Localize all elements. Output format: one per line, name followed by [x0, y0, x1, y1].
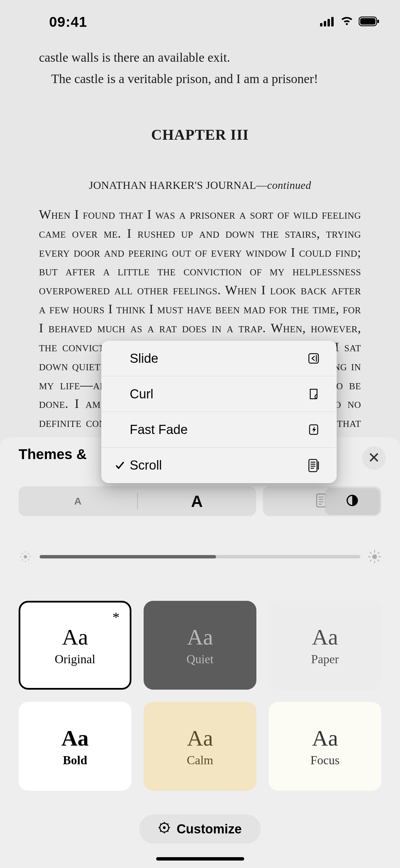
svg-line-41	[160, 830, 162, 832]
svg-rect-45	[309, 459, 317, 472]
font-smaller-button[interactable]: A	[19, 486, 137, 516]
paragraph: The castle is a veritable prison, and I …	[39, 69, 361, 89]
slide-icon	[306, 352, 322, 365]
sun-dim-icon	[19, 550, 32, 564]
customize-button[interactable]: Customize	[139, 814, 260, 844]
theme-label: Focus	[310, 753, 339, 767]
chapter-title: CHAPTER III	[39, 126, 361, 143]
popup-label: Fast Fade	[130, 422, 306, 437]
asterisk-icon: *	[112, 609, 120, 626]
theme-grid: * Aa Original Aa Quiet Aa Paper Aa Bold …	[0, 601, 400, 791]
svg-rect-6	[377, 20, 379, 23]
font-size-segment: A A	[19, 486, 256, 516]
customize-row: Customize	[0, 814, 400, 844]
page-transition-popup: Slide Curl Fast Fade Scroll	[101, 341, 337, 483]
theme-label: Paper	[311, 652, 339, 666]
theme-bold[interactable]: Aa Bold	[19, 702, 131, 791]
close-icon	[369, 452, 379, 464]
home-indicator[interactable]	[156, 857, 244, 861]
theme-label: Calm	[187, 753, 213, 767]
theme-calm[interactable]: Aa Calm	[144, 702, 256, 791]
svg-line-28	[370, 552, 372, 554]
theme-label: Quiet	[187, 652, 214, 666]
svg-rect-2	[328, 19, 330, 26]
popup-item-fast-fade[interactable]: Fast Fade	[101, 412, 337, 448]
theme-sample: Aa	[312, 725, 338, 751]
curl-icon	[306, 387, 322, 401]
popup-item-curl[interactable]: Curl	[101, 376, 337, 412]
theme-paper[interactable]: Aa Paper	[269, 601, 381, 690]
theme-sample: Aa	[62, 624, 88, 650]
theme-sample: Aa	[187, 624, 213, 650]
theme-sample: Aa	[61, 725, 89, 751]
svg-line-19	[22, 553, 23, 554]
wifi-icon	[340, 16, 354, 28]
font-controls-row: A A	[0, 486, 400, 516]
scroll-icon	[306, 458, 322, 473]
cellular-icon	[320, 16, 335, 28]
svg-line-22	[22, 560, 23, 560]
svg-rect-42	[309, 354, 318, 363]
svg-rect-5	[360, 18, 376, 25]
appearance-button[interactable]	[325, 488, 379, 514]
svg-point-23	[372, 554, 377, 559]
brightness-fill	[40, 555, 216, 558]
svg-line-39	[167, 830, 169, 832]
svg-rect-7	[317, 494, 325, 507]
theme-sample: Aa	[187, 725, 213, 751]
svg-rect-0	[320, 23, 322, 26]
svg-line-29	[378, 560, 379, 561]
status-time: 09:41	[49, 14, 87, 30]
check-icon	[115, 460, 130, 471]
brightness-slider[interactable]	[40, 555, 360, 558]
theme-label: Bold	[63, 753, 87, 767]
font-larger-button[interactable]: A	[138, 486, 256, 516]
customize-label: Customize	[176, 822, 241, 836]
svg-line-40	[167, 824, 169, 825]
contrast-icon	[346, 494, 359, 508]
svg-line-20	[28, 560, 29, 560]
fast-fade-icon	[306, 423, 322, 436]
svg-line-30	[378, 552, 379, 554]
svg-rect-1	[324, 21, 326, 26]
theme-label: Original	[55, 652, 96, 666]
sheet-title: Themes &	[19, 446, 87, 462]
svg-line-31	[370, 560, 372, 561]
svg-rect-3	[331, 17, 334, 26]
status-icons	[320, 16, 380, 28]
sun-bright-icon	[368, 550, 381, 564]
section-subtitle: JONATHAN HARKER'S JOURNAL—continued	[39, 179, 361, 192]
popup-label: Slide	[130, 351, 306, 366]
brightness-row	[0, 550, 400, 564]
gear-icon	[158, 822, 170, 837]
paragraph: castle walls is there an available exit.	[39, 47, 361, 67]
svg-point-14	[24, 555, 27, 558]
popup-item-scroll[interactable]: Scroll	[101, 448, 337, 483]
popup-item-slide[interactable]: Slide	[101, 341, 337, 376]
theme-quiet[interactable]: Aa Quiet	[144, 601, 256, 690]
theme-focus[interactable]: Aa Focus	[269, 702, 381, 791]
battery-icon	[359, 16, 380, 28]
svg-line-21	[28, 553, 29, 554]
popup-label: Scroll	[130, 458, 306, 473]
status-bar: 09:41	[0, 0, 400, 44]
close-button[interactable]	[362, 446, 386, 470]
theme-original[interactable]: * Aa Original	[19, 601, 131, 690]
view-mode-segment	[263, 486, 381, 516]
svg-point-33	[163, 826, 166, 829]
themes-sheet: Themes & A A	[0, 437, 400, 868]
svg-line-38	[160, 824, 162, 825]
theme-sample: Aa	[312, 624, 338, 650]
popup-label: Curl	[130, 387, 306, 401]
